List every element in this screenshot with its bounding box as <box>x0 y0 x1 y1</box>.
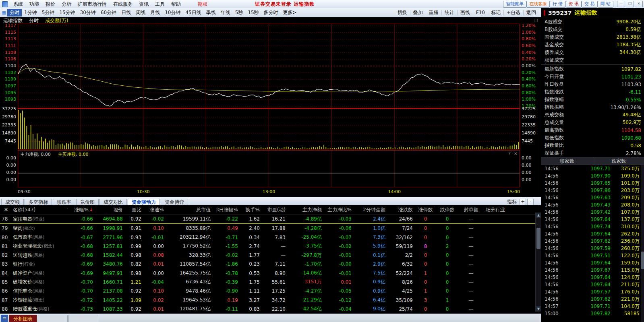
menu-item[interactable]: 帮助 <box>168 1 184 8</box>
scroll-thumb[interactable] <box>536 228 540 249</box>
period-tab[interactable]: 季线 <box>204 9 218 17</box>
period-tab[interactable]: 15秒 <box>245 9 261 17</box>
table-row[interactable]: 81物业管理概念(概念)-0.681257.810.990.0017750.52… <box>0 242 541 251</box>
table-row[interactable]: 85破增发价(风格)-0.701660.711.21-0.046736.43亿-… <box>0 278 541 287</box>
column-header[interactable]: 细分行业 <box>485 206 541 213</box>
menu-icon[interactable]: ≡ <box>1 315 8 322</box>
table-row[interactable]: 86信托重仓(风格)-0.702137.080.920.109478.46亿-0… <box>0 287 541 295</box>
quick-button[interactable]: 交 易 <box>582 1 598 8</box>
close-button[interactable]: ✕ <box>635 1 643 7</box>
column-header[interactable]: 量比 <box>126 206 144 213</box>
menu-item-options[interactable]: 期权 <box>195 1 211 8</box>
scroll-up-icon[interactable]: ▲ <box>536 213 541 218</box>
quick-button[interactable]: 行 情 <box>550 1 566 8</box>
toolbar-action[interactable]: +自选 <box>504 9 523 17</box>
period-tab[interactable]: 日线 <box>119 9 133 17</box>
table-row[interactable]: 78家用电器(行业)-0.664694.880.92-0.0219599.11亿… <box>0 215 541 224</box>
toolbar-action[interactable]: 切换 <box>395 9 410 17</box>
table-row[interactable]: 87冷链物流(概念)-0.721405.221.090.0219645.53亿0… <box>0 295 541 304</box>
indicator-tab[interactable]: 多空指标 <box>25 199 52 205</box>
period-tab[interactable]: 15分钟 <box>57 9 77 17</box>
column-header[interactable]: 主力净比% <box>325 206 354 213</box>
table-row[interactable]: 84破净资产(风格)-0.699497.910.980.00164255.75亿… <box>0 269 541 278</box>
column-header[interactable]: 涨速% <box>144 206 167 213</box>
panel-handle-icon[interactable] <box>544 10 545 16</box>
table-row[interactable]: 82送转超跌(风格)-0.681582.440.980.08328.33亿-0.… <box>0 251 541 260</box>
toolbar-action[interactable]: F10 <box>474 9 487 16</box>
restore-button[interactable]: ❐ <box>626 1 634 7</box>
period-tab[interactable]: 周线 <box>133 9 148 17</box>
column-header[interactable]: 涨幅%↓ <box>71 206 96 213</box>
toolbar-action[interactable]: 返回 <box>524 9 538 17</box>
bottom-tab[interactable] <box>38 315 68 322</box>
tick-scrollbar[interactable] <box>641 165 644 322</box>
menu-item[interactable]: 报价 <box>42 1 58 8</box>
add-indicator-button[interactable]: + <box>520 199 526 205</box>
toolbar-action[interactable]: 叠加 <box>411 9 425 17</box>
menu-item[interactable]: 资讯 <box>136 1 152 8</box>
table-row[interactable]: 83银行(行业)-0.693480.760.820.01110857.54亿-1… <box>0 260 541 268</box>
menu-item[interactable]: 扩展市场行情 <box>75 1 110 8</box>
period-tab[interactable]: 60分钟 <box>98 9 119 17</box>
period-tab[interactable]: 30分钟 <box>78 9 98 17</box>
settings-icon[interactable]: ✱ <box>0 207 12 213</box>
toolbar-action[interactable]: 画线 <box>458 9 472 17</box>
menu-item[interactable]: 系统 <box>10 1 26 8</box>
indicator-plot[interactable] <box>18 150 520 187</box>
indicator-tab[interactable]: 资金驱动力 <box>128 199 160 205</box>
toolbar-action[interactable]: 标记 <box>489 9 503 17</box>
help-icon[interactable]: ? <box>508 151 511 156</box>
menu-item[interactable]: 分析 <box>58 1 75 8</box>
volume-plot[interactable] <box>18 108 520 149</box>
price-plot[interactable] <box>18 24 520 108</box>
menu-item[interactable]: 功能 <box>26 1 42 8</box>
table-row[interactable]: 80低市盈率(风格)-0.672771.960.93-0.01203212.94… <box>0 233 541 242</box>
column-header[interactable]: 换手% <box>241 206 263 213</box>
indicator-tab[interactable]: 成交对比 <box>99 199 127 205</box>
bottom-tab[interactable] <box>68 315 98 322</box>
period-tab[interactable]: 1分钟 <box>22 9 39 17</box>
period-tab[interactable]: 10分钟 <box>162 9 183 17</box>
quick-button[interactable]: 在线客服 <box>526 1 550 8</box>
quick-button[interactable]: 网 站 <box>598 1 614 8</box>
period-tab[interactable]: 分时 <box>7 9 22 17</box>
period-tab[interactable]: 5分钟 <box>39 9 57 17</box>
table-row[interactable]: 88陆股通重仓(风格)-0.731087.330.920.01120481.75… <box>0 305 541 314</box>
column-header[interactable]: 封单额 <box>459 206 485 213</box>
indicator-tab[interactable]: 竞价图 <box>76 199 99 205</box>
toolbar-action[interactable]: 统计 <box>442 9 457 17</box>
indicator-tab[interactable]: 涨跌率 <box>53 199 75 205</box>
menu-item[interactable]: 在线服务 <box>110 1 136 8</box>
menu-item[interactable]: 工具 <box>152 1 168 8</box>
tick-scroll-thumb[interactable] <box>641 252 644 269</box>
minimize-button[interactable]: — <box>617 1 625 7</box>
remove-indicator-button[interactable]: - <box>527 199 534 205</box>
column-header[interactable]: 涨跌数 <box>388 206 416 213</box>
quick-button[interactable]: 资 讯 <box>566 1 582 8</box>
table-scrollbar[interactable]: ▲ ▼ <box>535 213 541 312</box>
column-header[interactable]: 涨停数 <box>416 206 437 213</box>
table-row[interactable]: 79猪肉(概念)-0.661998.910.910.108335.89亿0.49… <box>0 224 541 233</box>
decliners-label[interactable]: 跌家数 <box>593 157 644 165</box>
toolbar-action[interactable]: 重播 <box>427 9 441 17</box>
period-tab[interactable]: 多分时 <box>261 9 281 17</box>
quick-button[interactable]: 智能账单 <box>503 1 526 8</box>
column-header[interactable]: 市盈(动) <box>263 206 288 213</box>
column-header[interactable]: 主力净额 <box>288 206 325 213</box>
period-tab[interactable]: 更多> <box>281 9 299 17</box>
period-tab[interactable]: 月线 <box>148 9 162 17</box>
popout-icon[interactable]: ❐ <box>534 19 538 23</box>
bottom-tab-active[interactable]: 分析图表 <box>9 315 37 322</box>
advancers-label[interactable]: 涨家数 <box>541 157 593 165</box>
period-tab[interactable]: 45日线 <box>183 9 203 17</box>
column-header[interactable]: 总市值 <box>167 206 213 213</box>
close-icon[interactable]: × <box>514 151 518 156</box>
column-header[interactable]: 现价 <box>96 206 126 213</box>
period-tab[interactable]: 年线 <box>218 9 233 17</box>
indicator-tab[interactable]: 成交额 <box>1 199 24 205</box>
column-header[interactable]: 2分钟金额 <box>354 206 388 213</box>
indicator-menu-label[interactable]: 指标 <box>505 198 518 205</box>
chart-view-icon[interactable]: ▦ <box>1 10 7 15</box>
column-header-name[interactable]: 名称(547)· <box>12 206 71 213</box>
column-header[interactable]: 跌停数 <box>437 206 459 213</box>
